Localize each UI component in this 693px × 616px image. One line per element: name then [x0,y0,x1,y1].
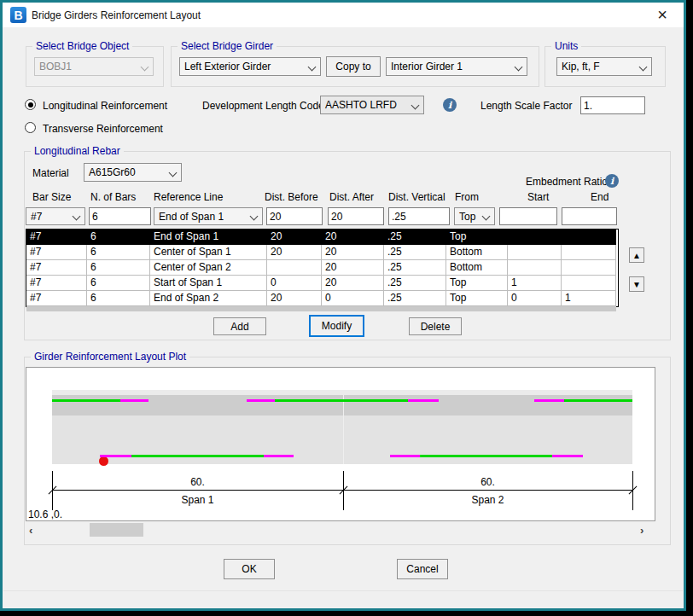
table-cell: 1 [562,291,616,306]
table-cell [562,276,616,291]
move-row-up-button[interactable]: ▲ [629,247,644,263]
coordinate-readout: 10.6 ,0. [28,508,62,520]
table-cell: Bottom [446,245,508,260]
n-of-bars-input[interactable] [89,207,151,225]
move-row-down-button[interactable]: ▼ [629,276,644,292]
scroll-left-icon[interactable]: ‹ [29,524,32,538]
span2-label: Span 2 [343,494,632,506]
rebar-segment-bottom [390,455,420,457]
chevron-down-icon [250,212,259,221]
scroll-right-icon[interactable]: › [640,524,644,538]
title-bar: B Bridge Girders Reinforcement Layout × [3,3,684,27]
bridge-object-value: BOBJ1 [39,61,72,73]
rebar-segment-bottom [264,455,294,457]
rebar-segment-bottom [552,455,583,457]
rebar-table-row[interactable]: #76Center of Span 12020.25Bottom [26,245,618,260]
modify-button[interactable]: Modify [309,315,364,337]
table-cell: #7 [26,230,87,245]
units-select[interactable]: Kip, ft, F [556,57,652,76]
embedment-end-input[interactable] [562,207,617,225]
rebar-table-row[interactable]: #76Center of Span 220.25Bottom [26,260,618,276]
table-cell [562,260,616,276]
ok-button[interactable]: OK [224,559,275,579]
chevron-down-icon [169,169,178,177]
embedment-start-input[interactable] [499,207,557,225]
span-divider-line [343,395,344,464]
table-cell: #7 [26,276,87,291]
table-cell: End of Span 1 [150,230,267,245]
table-cell: 20 [267,291,322,306]
arrow-up-icon: ▲ [632,251,641,260]
add-button[interactable]: Add [213,317,266,335]
dist-after-input[interactable] [328,207,384,225]
table-cell: 6 [87,276,150,291]
table-cell: 6 [87,260,150,276]
table-cell: #7 [26,245,87,260]
rebar-segment-top [120,399,148,402]
bar-size-select[interactable]: #7 [26,207,85,225]
bridge-girder-value: Left Exterior Girder [184,61,271,73]
radio-longitudinal-reinforcement[interactable] [25,99,36,110]
bridge-girder-select[interactable]: Left Exterior Girder [179,57,321,76]
rebar-table-row[interactable]: #76End of Span 12020.25Top [26,230,618,245]
reference-line-value: End of Span 1 [159,211,224,223]
embedment-info-icon[interactable]: i [605,174,619,188]
rebar-table-row[interactable]: #76End of Span 2200.25Top01 [26,291,618,306]
table-cell [562,245,616,260]
rebar-segment-bottom [131,455,264,457]
chevron-down-icon [639,63,648,72]
col-header-start: Start [527,191,549,203]
dist-vertical-input[interactable] [388,207,450,225]
girder-plot-canvas[interactable]: 60. 60. Span 1 Span 2 10.6 ,0. [26,367,655,521]
table-cell: 20 [267,230,322,245]
rebar-segment-top [534,399,564,402]
table-cell: 6 [87,245,150,260]
snap-point-dot [99,456,108,466]
table-cell: Top [446,276,508,291]
rebar-segment-top [52,399,120,402]
table-cell: End of Span 2 [150,291,267,306]
copy-to-button[interactable]: Copy to [326,56,381,77]
copy-target-select[interactable]: Interior Girder 1 [386,57,527,76]
span2-length-label: 60. [343,476,632,488]
cancel-button[interactable]: Cancel [397,559,448,579]
dev-length-code-value: AASHTO LRFD [325,99,397,111]
rebar-segment-bottom [420,455,552,457]
rebar-segment-top [408,399,439,402]
from-value: Top [459,211,475,223]
reference-line-select[interactable]: End of Span 1 [154,207,263,225]
dev-length-info-icon[interactable]: i [443,98,457,112]
table-cell: 0 [322,291,384,306]
from-select[interactable]: Top [454,207,495,225]
table-cell: Bottom [446,260,508,276]
close-icon[interactable]: × [651,4,673,25]
table-cell [267,260,322,276]
table-cell: 20 [322,245,384,260]
dist-before-input[interactable] [266,207,323,225]
bridge-object-select[interactable]: BOBJ1 [34,57,154,76]
chevron-down-icon [141,63,149,72]
plot-scrollbar-thumb[interactable] [90,523,143,537]
table-cell: .25 [384,291,446,306]
table-cell: 20 [322,276,384,291]
group-label: Girder Reinforcement Layout Plot [31,351,189,363]
table-cell: 0 [508,291,562,306]
table-cell: 1 [508,276,562,291]
arrow-down-icon: ▼ [632,280,641,289]
rebar-segment-bottom [100,455,131,457]
length-scale-factor-input[interactable] [580,96,645,114]
group-label: Units [551,40,581,52]
table-hscrollbar[interactable] [26,306,616,311]
copy-target-value: Interior Girder 1 [391,61,463,73]
dev-length-code-select[interactable]: AASHTO LRFD [320,96,424,114]
delete-button[interactable]: Delete [409,317,462,335]
col-header-n-of-bars: N. of Bars [90,191,136,203]
rebar-table-row[interactable]: #76Start of Span 1020.25Top1 [26,276,618,291]
material-value: A615Gr60 [89,166,136,178]
table-cell: Center of Span 1 [150,245,267,260]
col-header-reference-line: Reference Line [154,191,223,203]
table-cell: #7 [26,291,87,306]
material-select[interactable]: A615Gr60 [84,163,182,182]
radio-longitudinal-label: Longitudinal Reinforcement [43,100,167,112]
radio-transverse-reinforcement[interactable] [25,122,36,133]
